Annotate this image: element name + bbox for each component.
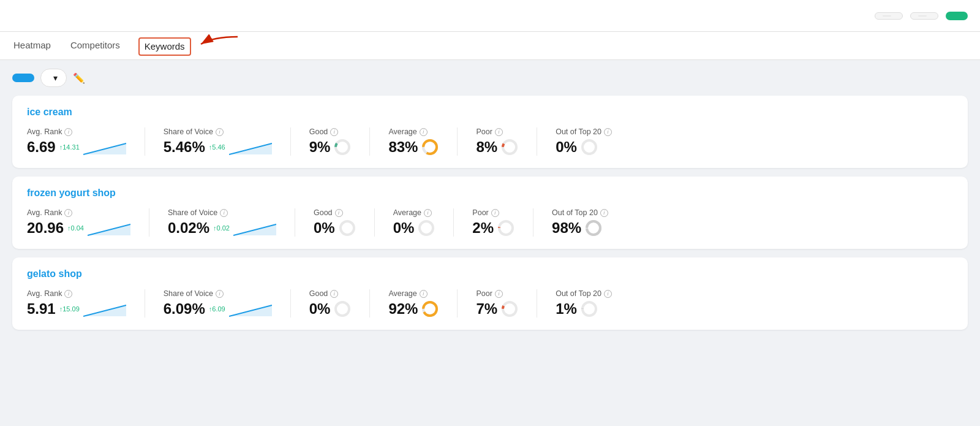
trend-chart <box>229 139 272 156</box>
share-of-voice-info-icon[interactable]: i <box>216 290 224 298</box>
donut-chart <box>334 139 351 156</box>
poor-info-icon[interactable]: i <box>491 209 499 217</box>
average-value: 0% <box>393 219 415 237</box>
outtop20-label: Out of Top 20 i <box>552 208 608 217</box>
avg-rank-info-icon[interactable]: i <box>64 209 72 217</box>
avg-rank-label: Avg. Rank i <box>27 127 126 136</box>
good-value-row: 0% <box>309 300 352 318</box>
tab-competitors-label: Competitors <box>70 40 120 50</box>
poor-info-icon[interactable]: i <box>495 290 503 298</box>
tab-competitors[interactable]: Competitors <box>69 32 121 59</box>
svg-point-3 <box>336 140 349 154</box>
avg-rank-delta: ↑14.31 <box>59 143 80 151</box>
share-of-voice-label: Share of Voice i <box>164 289 272 298</box>
good-label: Good i <box>314 208 356 217</box>
donut-chart <box>421 300 439 318</box>
good-value: 0% <box>314 219 335 237</box>
avg-rank-cell: Avg. Rank i 6.69 ↑14.31 <box>27 127 145 156</box>
buy-campaigns-button[interactable] <box>875 12 903 20</box>
outtop20-cell: Out of Top 20 i 98% <box>552 208 627 237</box>
share-of-voice-delta: ↑5.46 <box>209 143 225 151</box>
buy-credits-button[interactable] <box>910 12 938 20</box>
avg-rank-info-icon[interactable]: i <box>64 290 72 298</box>
outtop20-cell: Out of Top 20 i 0% <box>556 127 630 156</box>
outtop20-label: Out of Top 20 i <box>556 127 612 136</box>
edit-icon[interactable]: ✏️ <box>73 72 85 84</box>
avg-rank-value: 6.69 <box>27 139 56 156</box>
keyword-card-gelato-shop: gelato shop Avg. Rank i 5.91 ↑15.09 Shar… <box>12 257 968 330</box>
svg-point-25 <box>582 302 596 316</box>
outtop20-value-row: 1% <box>556 300 612 318</box>
avg-rank-cell: Avg. Rank i 20.96 ↑0.04 <box>27 208 149 237</box>
trend-chart <box>88 219 130 237</box>
poor-value-row: 2% <box>472 219 514 237</box>
date-dropdown[interactable]: ▾ <box>40 69 67 87</box>
metrics-row: Avg. Rank i 6.69 ↑14.31 Share of Voice i… <box>27 127 953 156</box>
metrics-row: Avg. Rank i 20.96 ↑0.04 Share of Voice i… <box>27 208 953 237</box>
avg-rank-delta: ↑0.04 <box>67 224 84 232</box>
outtop20-info-icon[interactable]: i <box>600 209 608 217</box>
good-value-row: 9% <box>309 139 352 156</box>
average-cell: Average i 0% <box>393 208 454 237</box>
poor-label: Poor i <box>476 127 518 136</box>
poor-value-row: 7% <box>476 300 518 318</box>
svg-point-22 <box>423 302 437 316</box>
good-info-icon[interactable]: i <box>330 128 338 136</box>
good-value-row: 0% <box>314 219 356 237</box>
good-label: Good i <box>309 127 352 136</box>
scan-campaign-button[interactable] <box>12 74 34 82</box>
donut-chart <box>334 300 351 318</box>
tab-heatmap[interactable]: Heatmap <box>12 32 52 59</box>
keywords-list: ice cream Avg. Rank i 6.69 ↑14.31 Share … <box>0 96 980 342</box>
average-info-icon[interactable]: i <box>420 290 428 298</box>
share-of-voice-value: 0.02% <box>168 219 209 237</box>
add-campaign-button[interactable] <box>946 12 968 20</box>
avg-rank-value-row: 20.96 ↑0.04 <box>27 219 130 237</box>
poor-label: Poor i <box>476 289 518 298</box>
share-of-voice-value: 5.46% <box>164 139 205 156</box>
good-value: 0% <box>309 300 331 318</box>
poor-info-icon[interactable]: i <box>495 128 503 136</box>
share-of-voice-info-icon[interactable]: i <box>216 128 224 136</box>
share-of-voice-info-icon[interactable]: i <box>220 209 228 217</box>
average-info-icon[interactable]: i <box>420 128 428 136</box>
poor-value: 8% <box>476 139 497 156</box>
top-bar-actions <box>875 12 968 20</box>
share-of-voice-value-row: 6.09% ↑6.09 <box>164 300 272 318</box>
average-value: 92% <box>388 300 418 318</box>
top-bar <box>0 0 980 32</box>
outtop20-info-icon[interactable]: i <box>604 290 612 298</box>
avg-rank-cell: Avg. Rank i 5.91 ↑15.09 <box>27 289 145 318</box>
share-of-voice-cell: Share of Voice i 6.09% ↑6.09 <box>164 289 291 318</box>
average-label: Average i <box>393 208 435 217</box>
share-of-voice-value-row: 5.46% ↑5.46 <box>164 139 272 156</box>
donut-chart <box>585 219 602 237</box>
poor-cell: Poor i 8% <box>476 127 537 156</box>
trend-chart <box>229 300 272 318</box>
good-info-icon[interactable]: i <box>335 209 343 217</box>
share-of-voice-cell: Share of Voice i 0.02% ↑0.02 <box>168 208 295 237</box>
good-cell: Good i 9% <box>309 127 371 156</box>
nav-tabs: Heatmap Competitors Keywords <box>0 32 980 60</box>
avg-rank-delta: ↑15.09 <box>59 305 80 313</box>
good-cell: Good i 0% <box>309 289 371 318</box>
poor-label: Poor i <box>472 208 514 217</box>
trend-chart <box>83 139 126 156</box>
avg-rank-label: Avg. Rank i <box>27 208 130 217</box>
keyword-title: frozen yogurt shop <box>27 188 953 199</box>
good-info-icon[interactable]: i <box>330 290 338 298</box>
tab-keywords[interactable]: Keywords <box>138 37 191 56</box>
good-value: 9% <box>309 139 331 156</box>
outtop20-info-icon[interactable]: i <box>604 128 612 136</box>
outtop20-label: Out of Top 20 i <box>556 289 612 298</box>
outtop20-value-row: 0% <box>556 139 612 156</box>
avg-rank-value: 5.91 <box>27 300 56 318</box>
arrow-annotation <box>195 32 244 56</box>
avg-rank-info-icon[interactable]: i <box>64 128 72 136</box>
avg-rank-value-row: 6.69 ↑14.31 <box>27 139 126 156</box>
average-value: 83% <box>388 139 418 156</box>
date-dropdown-chevron-icon: ▾ <box>53 73 58 83</box>
average-cell: Average i 92% <box>388 289 458 318</box>
average-info-icon[interactable]: i <box>424 209 432 217</box>
avg-rank-value-row: 5.91 ↑15.09 <box>27 300 126 318</box>
